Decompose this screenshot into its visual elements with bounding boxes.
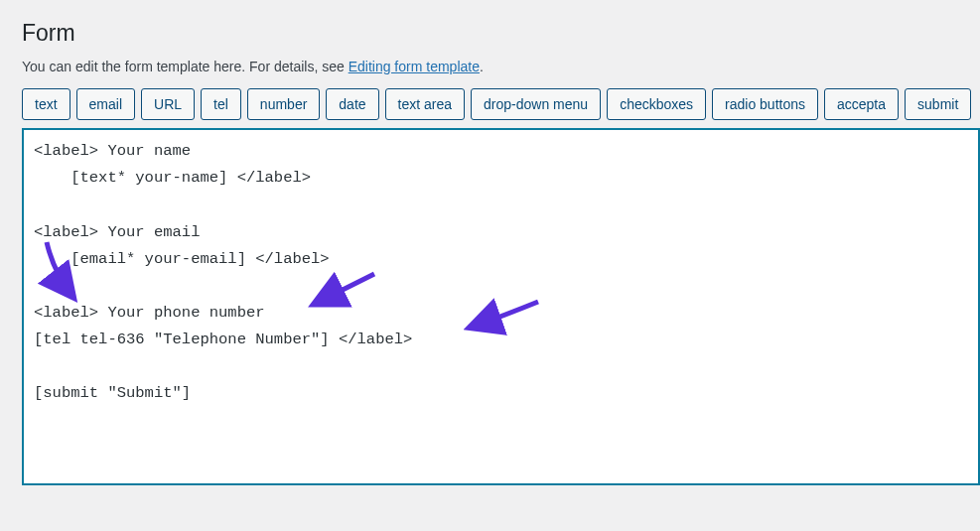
tag-textarea-button[interactable]: text area <box>385 88 465 120</box>
form-template-editor[interactable]: <label> Your name [text* your-name] </la… <box>22 128 980 485</box>
editor-wrapper: <label> Your name [text* your-name] </la… <box>22 128 980 485</box>
tag-button-row: text email URL tel number date text area… <box>22 88 980 120</box>
tag-date-button[interactable]: date <box>326 88 378 120</box>
tag-tel-button[interactable]: tel <box>201 88 241 120</box>
tag-url-button[interactable]: URL <box>141 88 195 120</box>
tag-text-button[interactable]: text <box>22 88 70 120</box>
tag-dropdown-button[interactable]: drop-down menu <box>471 88 601 120</box>
tag-radio-button[interactable]: radio buttons <box>712 88 818 120</box>
tag-number-button[interactable]: number <box>247 88 320 120</box>
tag-acceptance-button[interactable]: accepta <box>824 88 899 120</box>
editing-template-link[interactable]: Editing form template <box>349 59 480 74</box>
tag-email-button[interactable]: email <box>76 88 135 120</box>
tag-submit-button[interactable]: submit <box>905 88 971 120</box>
form-description: You can edit the form template here. For… <box>22 59 980 74</box>
description-prefix: You can edit the form template here. For… <box>22 59 349 74</box>
tag-checkboxes-button[interactable]: checkboxes <box>607 88 706 120</box>
form-heading: Form <box>22 20 980 47</box>
description-suffix: . <box>480 59 484 74</box>
